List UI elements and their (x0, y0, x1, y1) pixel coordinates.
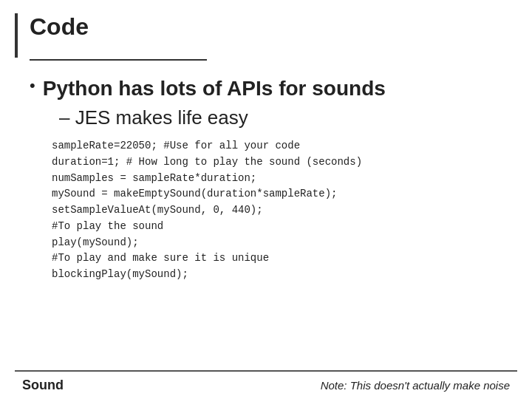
content-section: • Python has lots of APIs for sounds – J… (0, 61, 532, 370)
page-title: Code (30, 13, 89, 40)
code-block: sampleRate=22050; #Use for all your code… (52, 138, 480, 282)
main-bullet: • Python has lots of APIs for sounds (30, 75, 502, 102)
footer-right-label: Note: This doesn't actually make noise (321, 379, 510, 392)
sub-bullet: – JES makes life easy (59, 106, 502, 129)
footer-left-label: Sound (22, 378, 64, 393)
footer-section: Sound Note: This doesn't actually make n… (15, 370, 517, 399)
page-container: Code • Python has lots of APIs for sound… (0, 0, 532, 399)
main-bullet-text: Python has lots of APIs for sounds (43, 75, 386, 102)
bullet-icon: • (30, 75, 35, 97)
sub-bullet-text: – JES makes life easy (59, 106, 248, 129)
